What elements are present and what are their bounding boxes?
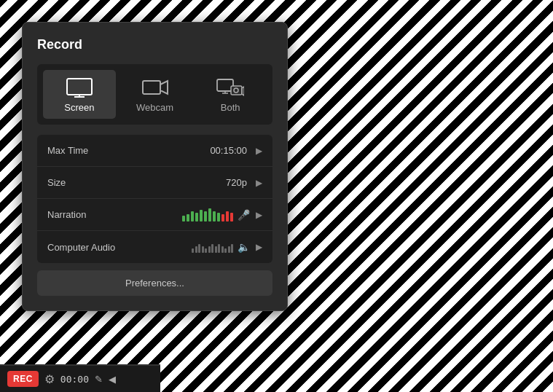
settings-gear-button[interactable]: ⚙ xyxy=(44,372,55,386)
mode-webcam-button[interactable]: Webcam xyxy=(119,70,192,119)
computer-audio-row[interactable]: Computer Audio 🔈 ▶ xyxy=(37,231,272,263)
panel-title: Record xyxy=(37,37,272,52)
timer-display: 00:00 xyxy=(60,374,89,385)
svg-marker-11 xyxy=(242,87,244,95)
bottom-toolbar: REC ⚙ 00:00 ✎ ◀ xyxy=(0,364,160,392)
computer-audio-arrow: ▶ xyxy=(256,242,262,252)
audio-small-icon[interactable]: ◀ xyxy=(109,374,116,385)
screen-label: Screen xyxy=(64,102,94,113)
rec-button[interactable]: REC xyxy=(7,371,39,387)
preferences-button[interactable]: Preferences... xyxy=(37,270,272,296)
settings-section: Max Time 00:15:00 ▶ Size 720p ▶ Narratio… xyxy=(37,135,272,263)
size-label: Size xyxy=(47,177,128,188)
both-icon xyxy=(216,77,244,98)
record-panel: Record Screen Webcam xyxy=(22,22,288,311)
webcam-label: Webcam xyxy=(136,102,173,113)
computer-audio-label: Computer Audio xyxy=(47,242,128,253)
svg-rect-4 xyxy=(143,81,160,94)
svg-rect-0 xyxy=(67,79,92,95)
webcam-icon xyxy=(141,77,169,98)
narration-label: Narration xyxy=(47,209,128,220)
size-arrow: ▶ xyxy=(256,178,262,188)
max-time-arrow: ▶ xyxy=(256,146,262,156)
mode-selector: Screen Webcam Both xyxy=(37,64,272,125)
narration-bars xyxy=(182,208,233,222)
size-row[interactable]: Size 720p ▶ xyxy=(37,167,272,199)
svg-marker-5 xyxy=(160,81,168,94)
screen-icon xyxy=(66,77,93,98)
mic-icon: 🎤 xyxy=(238,209,250,221)
size-value: 720p xyxy=(226,177,247,188)
narration-arrow: ▶ xyxy=(256,210,262,220)
mode-screen-button[interactable]: Screen xyxy=(43,70,116,119)
svg-rect-10 xyxy=(231,86,242,95)
speaker-icon: 🔈 xyxy=(238,241,250,253)
edit-icon[interactable]: ✎ xyxy=(95,374,103,385)
max-time-row[interactable]: Max Time 00:15:00 ▶ xyxy=(37,135,272,167)
max-time-label: Max Time xyxy=(47,145,128,156)
max-time-value: 00:15:00 xyxy=(210,145,247,156)
narration-row[interactable]: Narration 🎤 ▶ xyxy=(37,199,272,231)
both-label: Both xyxy=(221,102,240,113)
mode-both-button[interactable]: Both xyxy=(194,70,267,119)
computer-audio-bars xyxy=(192,241,233,253)
